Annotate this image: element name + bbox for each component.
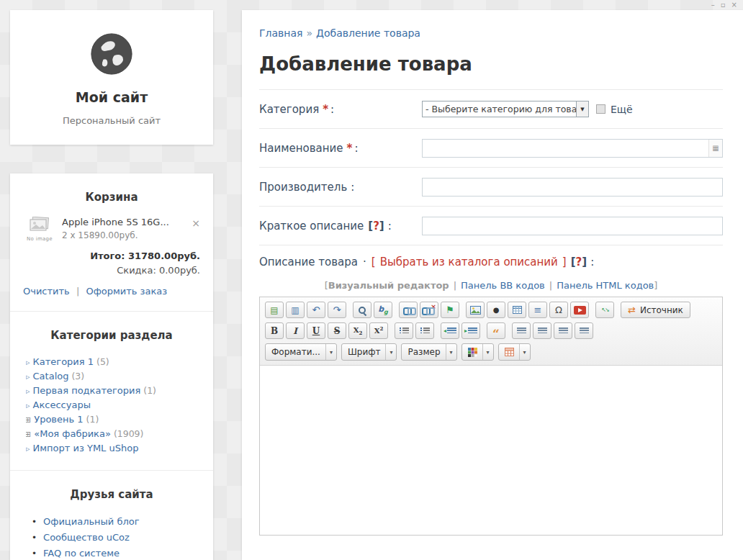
list-item: ▹Первая подкатегория(1) [26, 384, 200, 398]
short-description-row: Краткое описание[?]: [259, 207, 723, 245]
short-description-input[interactable] [422, 217, 723, 235]
cart-clear-link[interactable]: Очистить [23, 286, 70, 297]
site-subtitle: Персональный сайт [24, 115, 199, 126]
manufacturer-input[interactable] [422, 178, 723, 197]
cart-title: Корзина [23, 191, 200, 204]
category-link[interactable]: Первая подкатегория [33, 385, 141, 396]
strikethrough-icon[interactable]: S [328, 322, 346, 339]
choose-from-catalog-link[interactable]: Выбрать из каталога описаний [380, 256, 558, 268]
toolbar-row-3: Формати... ▾ Шрифт ▾ Размер ▾ [265, 343, 717, 361]
numbered-list-icon[interactable] [395, 322, 413, 339]
horizontal-rule-icon[interactable]: ≡ [528, 302, 547, 318]
name-label: Наименование*: [259, 142, 422, 155]
cart-total-value: 31780.00руб. [128, 250, 200, 261]
outdent-icon[interactable]: ◂ [441, 322, 459, 339]
editor-content-area[interactable] [260, 366, 722, 535]
flash-icon[interactable]: ● [487, 302, 505, 318]
category-label: Категория*: [259, 103, 422, 116]
translit-addon-icon[interactable]: ▦ [708, 140, 722, 157]
insert-table-dropdown[interactable]: ▾ [498, 343, 531, 361]
bold-icon[interactable]: B [265, 322, 284, 339]
category-count: (1) [86, 414, 99, 425]
category-link[interactable]: Категория 1 [33, 356, 94, 367]
toolbar-row-1: ▤ ▥ ↶ ↷ bg × ⚑ [265, 302, 717, 318]
sidebar-widgets: Корзина No image Apple iPhone 5S 16G... [10, 173, 213, 560]
close-icon[interactable]: × [731, 1, 737, 9]
new-document-icon[interactable]: ▤ [265, 302, 284, 318]
special-char-icon[interactable]: Ω [549, 302, 568, 318]
font-dropdown[interactable]: Шрифт ▾ [341, 343, 397, 361]
breadcrumb-home-link[interactable]: Главная [259, 27, 302, 39]
size-dropdown[interactable]: Размер ▾ [401, 343, 456, 361]
category-select[interactable]: - Выберите категорию для товара ▼ [422, 101, 589, 117]
name-row: Наименование*: ▦ [259, 129, 723, 168]
redo-icon[interactable]: ↷ [328, 302, 346, 318]
translit-icon[interactable]: bg [374, 302, 392, 318]
breadcrumb-current-link[interactable]: Добавление товара [316, 27, 420, 39]
italic-icon[interactable]: I [286, 322, 305, 339]
friend-link[interactable]: FAQ по системе [43, 548, 120, 559]
visual-editor-tab[interactable]: Визуальный редактор [328, 280, 449, 291]
breadcrumb-separator: » [306, 27, 312, 39]
friend-link[interactable]: Официальный блог [43, 516, 140, 527]
restore-icon[interactable]: ▫ [721, 1, 726, 9]
category-link[interactable]: «Моя фабрика» [34, 428, 111, 439]
unlink-icon[interactable]: × [420, 302, 438, 318]
text-color-dropdown[interactable]: ▾ [461, 343, 494, 361]
no-image-thumbnail: No image [23, 217, 56, 242]
friends-title: Друзья сайта [23, 488, 200, 501]
align-left-icon[interactable] [512, 322, 531, 339]
image-icon[interactable] [466, 302, 485, 318]
align-justify-icon[interactable] [575, 322, 593, 339]
category-link[interactable]: Импорт из YML uShop [33, 443, 139, 453]
link-icon[interactable] [399, 302, 418, 318]
superscript-icon[interactable]: X2 [369, 322, 388, 339]
undo-icon[interactable]: ↶ [307, 302, 325, 318]
flag-icon[interactable]: ⚑ [441, 302, 459, 318]
label-text: Производитель [259, 181, 347, 194]
blockquote-icon[interactable]: “ [487, 322, 505, 339]
category-link[interactable]: Аксессуары [33, 399, 91, 410]
cart-item: No image Apple iPhone 5S 16G... 2 x 1589… [23, 217, 200, 242]
help-icon[interactable]: [?] [571, 256, 587, 268]
plus-expand-icon[interactable]: ⊞ [26, 430, 31, 439]
category-count: (3) [71, 371, 84, 381]
category-link[interactable]: Catalog [33, 371, 69, 381]
html-codes-tab[interactable]: Панель HTML кодов [557, 280, 654, 291]
subscript-icon[interactable]: X2 [348, 322, 367, 339]
text-color-icon [468, 348, 477, 357]
format-dropdown[interactable]: Формати... ▾ [265, 343, 337, 361]
toolbar-row-2: B I U S X2 X2 ◂ ▸ [265, 322, 717, 339]
align-right-icon[interactable] [554, 322, 572, 339]
category-link[interactable]: Уровень 1 [34, 414, 83, 425]
find-icon[interactable] [353, 302, 372, 318]
preview-document-icon[interactable]: ▥ [286, 302, 305, 318]
categories-list: ▹Категория 1(5) ▹Catalog(3) ▹Первая подк… [23, 355, 200, 456]
cart-item-name[interactable]: Apple iPhone 5S 16G... [62, 217, 187, 227]
chevron-down-icon: ▾ [385, 344, 392, 360]
bb-codes-tab[interactable]: Панель BB кодов [461, 280, 545, 291]
friend-link[interactable]: Сообщество uCoz [43, 532, 130, 543]
align-center-icon[interactable] [533, 322, 551, 339]
product-name-input[interactable] [422, 139, 723, 158]
minimize-icon[interactable]: – [711, 1, 715, 9]
label-text: Категория [259, 103, 319, 116]
help-icon[interactable]: [?] [368, 220, 384, 232]
bulleted-list-icon[interactable] [415, 322, 434, 339]
mode-separator: | [454, 280, 456, 291]
indent-icon[interactable]: ▸ [461, 322, 480, 339]
maximize-icon[interactable]: ↖↘ [595, 302, 614, 318]
remove-item-icon[interactable]: × [192, 218, 200, 228]
bracket: ] [654, 280, 657, 291]
font-dropdown-label: Шрифт [348, 347, 381, 357]
colon: : [590, 256, 594, 268]
table-icon[interactable] [508, 302, 526, 318]
cart-checkout-link[interactable]: Оформить заказ [86, 286, 167, 297]
manufacturer-label: Производитель: [259, 181, 422, 194]
youtube-icon[interactable] [570, 302, 589, 318]
plus-expand-icon[interactable]: ⊞ [26, 415, 31, 425]
source-button[interactable]: ⇄ Источник [621, 302, 690, 318]
friends-widget: Друзья сайта •Официальный блог •Сообщест… [10, 470, 213, 560]
more-checkbox[interactable] [596, 104, 605, 114]
underline-icon[interactable]: U [307, 322, 325, 339]
